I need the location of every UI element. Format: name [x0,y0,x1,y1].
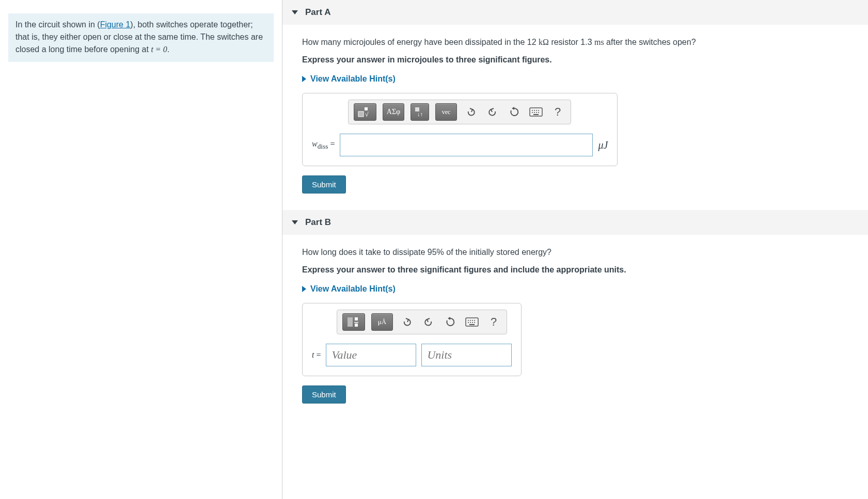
redo-button[interactable] [421,313,436,331]
redo-button[interactable] [485,103,500,121]
svg-text:√: √ [365,111,369,118]
svg-point-6 [532,110,533,111]
part-a-submit-button[interactable]: Submit [302,175,346,194]
part-a: Part A How many microjoules of energy ha… [282,0,868,205]
problem-text-3: . [167,45,169,54]
units-button[interactable]: μÅ [371,313,393,331]
svg-point-20 [468,320,469,321]
part-b-question: How long does it take to dissipate 95% o… [302,246,855,259]
svg-rect-15 [348,317,353,327]
reset-button[interactable] [507,103,522,121]
part-a-answer-label: wdiss = [312,139,335,151]
svg-rect-0 [358,111,364,117]
subscript-button[interactable]: ↓↑ [411,103,429,121]
part-b-hints-toggle[interactable]: View Available Hint(s) [302,284,855,294]
part-b-header[interactable]: Part B [282,210,868,235]
greek-button[interactable]: ΑΣφ [383,103,404,121]
parts-column: Part A How many microjoules of energy ha… [282,0,868,499]
undo-button[interactable] [399,313,415,331]
svg-point-23 [474,320,475,321]
chevron-down-icon [292,220,298,224]
svg-rect-1 [365,107,368,110]
help-button[interactable]: ? [486,313,501,331]
svg-point-24 [468,322,469,323]
svg-point-25 [470,322,471,323]
svg-rect-14 [533,114,539,115]
part-a-answer-input[interactable] [340,134,593,156]
svg-rect-18 [355,324,358,327]
part-a-toolbar: √ ΑΣφ ↓↑ vec [348,100,571,124]
svg-point-10 [532,112,533,113]
problem-text-1: In the circuit shown in ( [15,20,100,29]
svg-point-26 [472,322,473,323]
part-b-answer-label: t = [312,350,321,360]
svg-point-12 [536,112,537,113]
part-a-answer-box: √ ΑΣφ ↓↑ vec [302,93,618,166]
chevron-down-icon [292,10,298,14]
figure-link[interactable]: Figure 1 [100,20,131,29]
problem-statement: In the circuit shown in (Figure 1), both… [8,13,274,62]
part-b: Part B How long does it take to dissipat… [282,210,868,415]
chevron-right-icon [302,286,306,292]
part-b-submit-button[interactable]: Submit [302,385,346,404]
template-button[interactable]: √ [354,103,376,121]
part-b-answer-box: μÅ ? [302,303,522,376]
part-b-value-input[interactable] [326,344,416,366]
part-b-title: Part B [305,217,331,228]
part-a-instruction: Express your answer in microjoules to th… [302,54,855,66]
part-a-hints-toggle[interactable]: View Available Hint(s) [302,74,855,84]
svg-point-9 [538,110,539,111]
svg-point-13 [538,112,539,113]
problem-equation: t = 0 [151,45,167,54]
svg-point-22 [472,320,473,321]
svg-point-8 [536,110,537,111]
svg-rect-16 [355,317,358,320]
svg-point-7 [534,110,535,111]
svg-point-11 [534,112,535,113]
fraction-button[interactable] [342,313,365,331]
vector-button[interactable]: vec [435,103,457,121]
chevron-right-icon [302,76,306,82]
svg-point-21 [470,320,471,321]
svg-rect-28 [469,324,475,325]
svg-point-27 [474,322,475,323]
keyboard-button[interactable] [464,313,480,331]
part-a-unit: μJ [598,139,608,151]
svg-rect-17 [354,322,358,323]
part-b-toolbar: μÅ ? [337,310,507,334]
svg-text:↓↑: ↓↑ [417,111,423,117]
reset-button[interactable] [443,313,458,331]
part-a-header[interactable]: Part A [282,0,868,25]
undo-button[interactable] [463,103,479,121]
part-b-units-input[interactable] [421,344,512,366]
help-button[interactable]: ? [550,103,565,121]
problem-sidebar: In the circuit shown in (Figure 1), both… [0,0,282,499]
part-a-question: How many microjoules of energy have been… [302,36,855,49]
keyboard-button[interactable] [528,103,544,121]
part-b-instruction: Express your answer to three significant… [302,264,855,276]
part-a-title: Part A [305,7,330,18]
